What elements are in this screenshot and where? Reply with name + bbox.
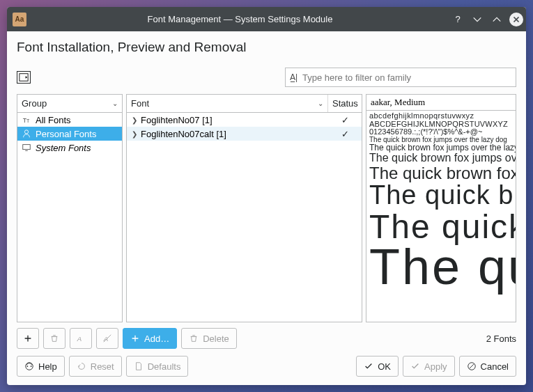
chevron-down-icon: ⌄: [318, 100, 323, 107]
help-icon: [24, 361, 34, 371]
ok-button[interactable]: OK: [356, 356, 399, 377]
delete-group-button: [43, 328, 65, 349]
titlebar: Aa Font Management — System Settings Mod…: [7, 7, 526, 31]
filter-box: A̲|: [285, 68, 516, 87]
page-title: Font Installation, Preview and Removal: [17, 40, 516, 55]
preview-sample: The quick brown fox jumps over the lazy …: [369, 152, 513, 164]
toolbox-icon[interactable]: [17, 71, 31, 84]
svg-text:T: T: [26, 118, 30, 123]
trash-icon: [189, 334, 199, 343]
group-item-personal[interactable]: Personal Fonts: [17, 127, 122, 141]
user-icon: [22, 129, 31, 139]
apply-button: Apply: [403, 356, 455, 377]
preview-sample: The quick brown fox jumps over the lazy …: [369, 143, 513, 152]
cancel-icon: [467, 361, 477, 371]
font-status: ✓: [328, 115, 362, 125]
disable-font-button: A: [96, 328, 118, 349]
group-item-system[interactable]: System Fonts: [17, 141, 122, 155]
font-disable-icon: A: [102, 334, 112, 343]
maximize-icon[interactable]: [490, 13, 504, 26]
help-button[interactable]: Help: [17, 356, 65, 377]
expand-icon[interactable]: ❯: [130, 116, 139, 124]
font-row[interactable]: ❯ FoglihtenNo07calt [1] ✓: [127, 127, 362, 141]
check-icon: [364, 361, 373, 371]
font-column-header[interactable]: Font⌄: [127, 95, 328, 112]
defaults-button: Defaults: [126, 356, 189, 377]
preview-sample: The quick brown fox jumps over the lazy …: [369, 244, 513, 290]
group-item-all[interactable]: TT All Fonts: [17, 113, 122, 127]
fonts-list: ❯ FoglihtenNo07 [1] ✓ ❯ FoglihtenNo07cal…: [127, 113, 362, 322]
dialog-buttons: Help Reset Defaults OK Apply Cancel: [17, 356, 516, 377]
svg-text:A: A: [77, 335, 82, 343]
document-icon: [134, 361, 144, 371]
preview-digits: 0123456789.:,;(*!?'/\")$%^&-+@~: [369, 128, 513, 136]
svg-point-11: [27, 366, 29, 367]
fonts-count: 2 Fonts: [486, 334, 516, 344]
font-all-icon: TT: [22, 115, 31, 125]
chevron-down-icon: ⌄: [112, 100, 118, 107]
font-row[interactable]: ❯ FoglihtenNo07 [1] ✓: [127, 113, 362, 127]
preview-pane: aakar, Medium abcdefghijklmnopqrstuvwxyz…: [366, 94, 516, 322]
toolbar-actions: A A Add… Delete 2 Fonts: [17, 328, 516, 349]
plus-icon: [23, 334, 33, 343]
preview-sample: The quick brown fox jumps over the lazy …: [369, 164, 513, 182]
status-column-header[interactable]: Status: [328, 95, 362, 112]
undo-icon: [77, 361, 86, 371]
check-icon: [410, 361, 420, 371]
svg-point-4: [24, 130, 28, 134]
app-icon: Aa: [13, 13, 26, 26]
groups-pane: Group⌄ TT All Fonts Personal Fonts Syste…: [17, 94, 123, 322]
group-label: System Fonts: [36, 143, 91, 153]
main-panes: Group⌄ TT All Fonts Personal Fonts Syste…: [17, 94, 516, 322]
expand-icon[interactable]: ❯: [130, 130, 139, 138]
delete-button: Delete: [181, 328, 237, 349]
svg-point-10: [26, 363, 33, 370]
top-row: A̲|: [17, 68, 516, 87]
group-header-label: Group: [22, 98, 47, 109]
fonts-pane: Font⌄ Status ❯ FoglihtenNo07 [1] ✓ ❯ Fog…: [126, 94, 362, 322]
fonts-header: Font⌄ Status: [127, 95, 362, 113]
filter-icon: A̲|: [290, 72, 302, 82]
font-name: FoglihtenNo07 [1]: [139, 115, 328, 125]
groups-header[interactable]: Group⌄: [17, 95, 122, 113]
enable-font-button: A: [70, 328, 92, 349]
content-area: Font Installation, Preview and Removal A…: [7, 31, 526, 385]
dialog-window: Aa Font Management — System Settings Mod…: [7, 7, 526, 385]
plus-icon: [130, 334, 140, 343]
svg-rect-5: [23, 145, 31, 150]
preview-font-name: aakar, Medium: [366, 95, 516, 111]
filter-input[interactable]: [302, 72, 511, 83]
add-button[interactable]: Add…: [123, 328, 177, 349]
font-status: ✓: [328, 129, 362, 139]
group-label: All Fonts: [36, 115, 71, 125]
preview-body: abcdefghijklmnopqrstuvwxyz ABCDEFGHIJKLM…: [366, 111, 516, 322]
minimize-icon[interactable]: [470, 13, 484, 26]
reset-button: Reset: [69, 356, 122, 377]
font-enable-icon: A: [76, 334, 86, 343]
svg-line-14: [469, 364, 474, 369]
font-name: FoglihtenNo07calt [1]: [139, 129, 328, 139]
new-group-button[interactable]: [17, 328, 39, 349]
preview-sample: The quick brown fox jumps over the lazy …: [369, 182, 513, 210]
trash-icon: [49, 334, 59, 343]
monitor-icon: [22, 143, 31, 152]
window-title: Font Management — System Settings Module: [32, 14, 448, 24]
svg-marker-1: [26, 76, 28, 79]
close-icon[interactable]: [509, 13, 523, 26]
groups-list: TT All Fonts Personal Fonts System Fonts: [17, 113, 122, 322]
help-titlebar-icon[interactable]: ?: [451, 13, 465, 26]
svg-point-12: [31, 366, 32, 367]
group-label: Personal Fonts: [36, 129, 96, 139]
cancel-button[interactable]: Cancel: [459, 356, 516, 377]
preview-lower: abcdefghijklmnopqrstuvwxyz: [369, 112, 513, 120]
